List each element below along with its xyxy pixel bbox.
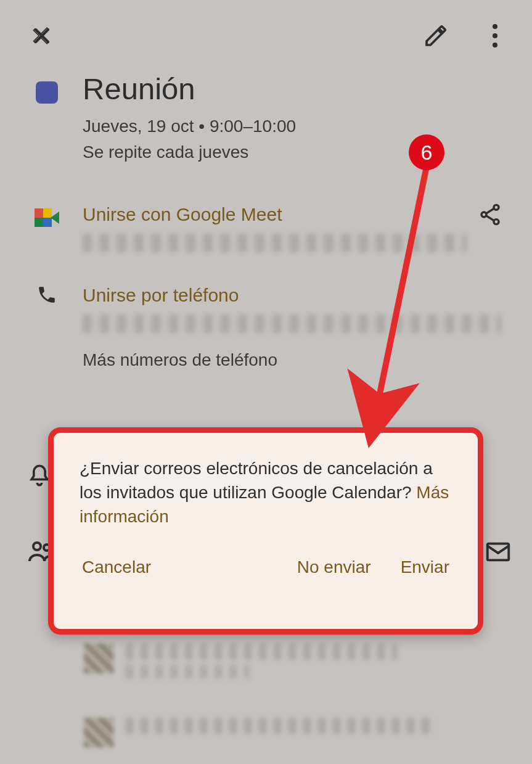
mail-icon: [484, 538, 512, 566]
calendar-color-badge: [36, 81, 58, 104]
edit-button[interactable]: [424, 23, 448, 48]
phone-section: Unirse por teléfono Más números de teléf…: [0, 283, 532, 370]
event-datetime: Jueves, 19 oct • 9:00–10:00: [83, 113, 501, 139]
share-button[interactable]: [478, 202, 502, 227]
send-button[interactable]: Enviar: [401, 557, 449, 577]
phone-icon: [36, 284, 57, 305]
more-menu-button[interactable]: [483, 23, 507, 48]
guest-entry-redacted: [84, 718, 434, 747]
top-bar: [0, 0, 532, 54]
cancel-button[interactable]: Cancelar: [82, 557, 151, 577]
more-vert-icon: [493, 24, 497, 47]
more-phones-link[interactable]: Más números de teléfono: [83, 350, 501, 370]
callout-step-badge: 6: [409, 134, 444, 170]
dialog-message: ¿Enviar correos electrónicos de cancelac…: [80, 456, 452, 529]
dont-send-button[interactable]: No enviar: [297, 557, 371, 577]
pencil-icon: [424, 23, 448, 48]
cancellation-dialog: ¿Enviar correos electrónicos de cancelac…: [48, 427, 483, 635]
event-header: Reunión Jueves, 19 oct • 9:00–10:00 Se r…: [0, 73, 532, 165]
phone-number-redacted: [83, 314, 501, 333]
email-guests-button[interactable]: [484, 538, 512, 569]
share-icon: [478, 202, 502, 227]
google-meet-icon: [35, 208, 59, 227]
meet-section: Unirse con Google Meet: [0, 202, 532, 258]
svg-point-3: [33, 543, 41, 550]
close-icon: [30, 23, 54, 48]
event-title: Reunión: [83, 73, 501, 106]
close-button[interactable]: [30, 23, 54, 48]
guest-entry-redacted: [84, 644, 397, 678]
meet-url-redacted: [83, 234, 467, 252]
join-meet-link[interactable]: Unirse con Google Meet: [83, 202, 467, 226]
join-phone-link[interactable]: Unirse por teléfono: [83, 283, 501, 307]
